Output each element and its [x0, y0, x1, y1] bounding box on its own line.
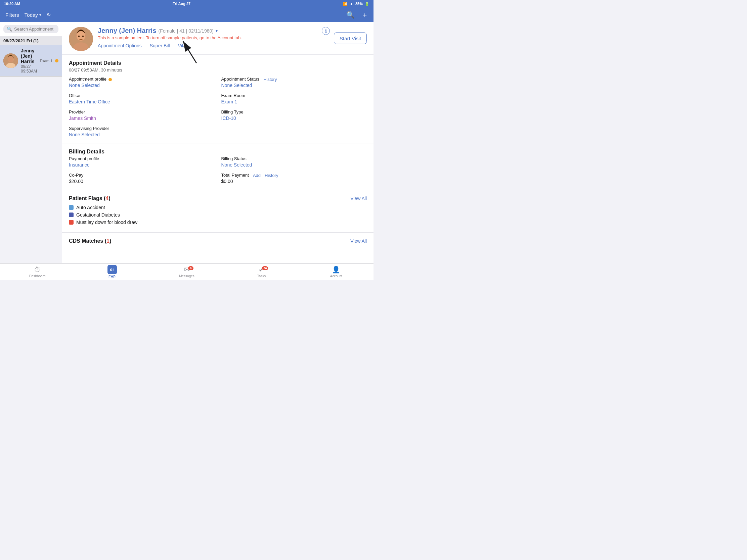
status-day: Fri Aug 27: [173, 2, 190, 6]
exam-room-value[interactable]: Exam 1: [221, 99, 237, 104]
appointment-status-value[interactable]: None Selected: [221, 83, 252, 88]
messages-badge: 6: [188, 266, 194, 270]
billing-status-field: Billing Status None Selected: [221, 156, 367, 168]
total-payment-field: Total Payment Add History $0.00: [221, 172, 367, 184]
tab-tasks[interactable]: 36 ✔ Tasks: [224, 266, 299, 278]
exam-room-label: Exam Room: [221, 93, 367, 98]
total-payment-label-row: Total Payment Add History: [221, 172, 367, 178]
cds-header: CDS Matches (1) View All: [69, 238, 367, 244]
status-right: 📶 ▲ 85% 🔋: [343, 2, 369, 6]
today-button[interactable]: Today ▾: [25, 12, 41, 18]
svg-point-8: [78, 35, 80, 37]
content-area: Jenny (Jen) Harris (Female | 41 | 02/11/…: [62, 22, 374, 263]
appointment-datetime: 08/27 09:53AM, 30 minutes: [69, 68, 367, 73]
copay-value: $20.00: [69, 179, 83, 184]
billing-type-value[interactable]: ICD-10: [221, 115, 236, 121]
billing-details-title: Billing Details: [69, 149, 367, 155]
ehr-label: EHR: [108, 275, 115, 279]
search-input-wrap[interactable]: 🔍: [3, 25, 58, 33]
appointment-time: 08/27 09:53AM: [21, 64, 37, 74]
profile-status-dot: [108, 78, 112, 81]
appointment-details-section: Appointment Details 08/27 09:53AM, 30 mi…: [62, 55, 374, 143]
search-icon: 🔍: [7, 27, 12, 31]
cds-count: 1: [106, 238, 109, 244]
appointment-item[interactable]: Jenny (Jen) Harris 08/27 09:53AM Exam 1: [0, 45, 62, 77]
supervising-provider-field: Supervising Provider None Selected: [69, 126, 215, 138]
chevron-down-icon[interactable]: ▾: [216, 29, 218, 33]
start-visit-button[interactable]: Start Visit: [334, 32, 367, 44]
flags-title: Patient Flags (4): [69, 195, 110, 202]
billing-status-label: Billing Status: [221, 156, 367, 161]
appointment-profile-label: Appointment profile: [69, 77, 106, 82]
flag-dot-gestational-diabetes: [69, 213, 74, 217]
copay-field: Co-Pay $20.00: [69, 172, 215, 184]
top-nav: Filters Today ▾ ↻ 🔍 ＋: [0, 7, 374, 22]
payment-profile-label: Payment profile: [69, 156, 215, 161]
flag-auto-accident: Auto Accident: [69, 205, 367, 210]
appointment-status-field: Appointment Status History None Selected: [221, 77, 367, 88]
cds-section: CDS Matches (1) View All: [62, 233, 374, 249]
flags-view-all[interactable]: View All: [350, 196, 367, 201]
provider-label: Provider: [69, 109, 215, 114]
appointment-status-history-link[interactable]: History: [263, 77, 277, 82]
add-button[interactable]: ＋: [361, 10, 368, 20]
appointment-details-title: Appointment Details: [69, 60, 367, 66]
info-button[interactable]: ℹ: [322, 27, 330, 35]
office-value[interactable]: Eastern Time Office: [69, 99, 110, 104]
cds-view-all[interactable]: View All: [350, 238, 367, 244]
patient-tabs: Appointment Options Super Bill Vitals: [98, 43, 367, 48]
filters-button[interactable]: Filters: [5, 12, 19, 18]
top-nav-left: Filters Today ▾ ↻: [5, 12, 68, 18]
today-label: Today: [25, 12, 38, 18]
billing-detail-grid: Payment profile Insurance Billing Status…: [69, 156, 367, 184]
copay-label: Co-Pay: [69, 172, 215, 178]
tab-appointment-options[interactable]: Appointment Options: [98, 43, 142, 48]
signal-icon: ▲: [350, 2, 353, 6]
office-field: Office Eastern Time Office: [69, 93, 215, 105]
sample-warning: This is a sample patient. To turn off sa…: [98, 35, 367, 40]
battery-icon: 🔋: [365, 2, 369, 6]
total-payment-history-link[interactable]: History: [265, 173, 278, 178]
search-container: 🔍: [0, 22, 62, 36]
appointment-status-label: Appointment Status: [221, 77, 259, 82]
payment-profile-value[interactable]: Insurance: [69, 162, 89, 167]
appointment-status-label-row: Appointment Status History: [221, 77, 367, 82]
account-label: Account: [330, 274, 342, 278]
appointment-name: Jenny (Jen) Harris: [21, 48, 37, 64]
search-button[interactable]: 🔍: [346, 11, 355, 19]
appointment-profile-label-row: Appointment profile: [69, 77, 215, 82]
tab-messages[interactable]: 6 ✉ Messages: [150, 266, 224, 278]
dashboard-icon: ⏱: [34, 266, 41, 274]
appointment-info: Jenny (Jen) Harris 08/27 09:53AM: [21, 48, 37, 74]
billing-status-value[interactable]: None Selected: [221, 162, 252, 167]
flags-count: 4: [105, 195, 108, 201]
office-label: Office: [69, 93, 215, 98]
appointment-detail-grid: Appointment profile None Selected Appoin…: [69, 77, 367, 138]
patient-avatar: [69, 27, 93, 51]
billing-details-section: Billing Details Payment profile Insuranc…: [62, 143, 374, 190]
patient-flags-section: Patient Flags (4) View All Auto Accident…: [62, 190, 374, 233]
search-input[interactable]: [14, 27, 55, 31]
billing-type-label: Billing Type: [221, 109, 367, 114]
date-header: 08/27/2021 Fri (1): [0, 36, 62, 45]
tab-vitals[interactable]: Vitals: [178, 43, 189, 48]
dashboard-label: Dashboard: [29, 274, 46, 278]
flags-header: Patient Flags (4) View All: [69, 195, 367, 202]
tab-account[interactable]: 👤 Account: [299, 266, 374, 278]
appointment-profile-value[interactable]: None Selected: [69, 83, 100, 88]
patient-meta: (Female | 41 | 02/11/1980): [158, 28, 214, 33]
provider-field: Provider James Smith: [69, 109, 215, 121]
ehr-icon: dr: [107, 265, 117, 274]
main-layout: 🔍 08/27/2021 Fri (1) Jenny (Jen) Harris …: [0, 22, 374, 263]
supervising-provider-label: Supervising Provider: [69, 126, 215, 131]
tab-super-bill[interactable]: Super Bill: [150, 43, 170, 48]
flag-dot-blood-draw: [69, 220, 74, 224]
sidebar: 🔍 08/27/2021 Fri (1) Jenny (Jen) Harris …: [0, 22, 62, 263]
refresh-button[interactable]: ↻: [47, 12, 51, 18]
supervising-provider-value[interactable]: None Selected: [69, 132, 100, 137]
tab-dashboard[interactable]: ⏱ Dashboard: [0, 266, 75, 278]
total-payment-add-link[interactable]: Add: [253, 173, 261, 178]
provider-value[interactable]: James Smith: [69, 115, 96, 121]
flag-text-gestational-diabetes: Gestational Diabetes: [76, 212, 120, 218]
tab-ehr[interactable]: dr EHR: [75, 265, 149, 279]
